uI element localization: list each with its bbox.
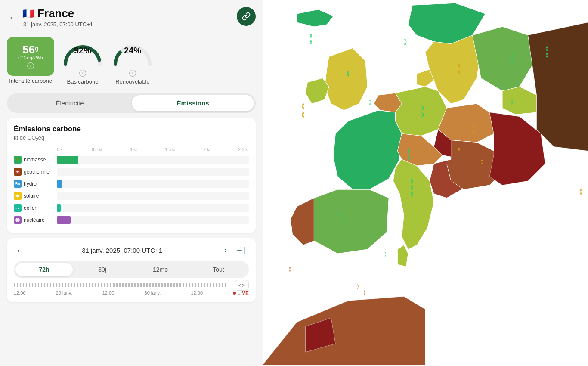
- flow-arrow-swiss2: ⟫: [407, 154, 411, 161]
- time-last-button[interactable]: →|: [232, 244, 249, 257]
- scale-0: 0 kt: [57, 147, 64, 152]
- flow-arrow-germany: ⟫: [421, 105, 424, 112]
- bar-chart-area: 0 kt 0.5 kt 1 kt 1.5 kt 2 kt 2.5 kt 🌿 bi…: [14, 147, 249, 226]
- country-title: 🇫🇷 France: [22, 7, 93, 20]
- biomasse-icon: 🌿: [14, 156, 22, 164]
- hydro-text: hydro: [24, 181, 37, 187]
- scale-2: 2 kt: [204, 147, 210, 152]
- flow-arrow-norway: ⟫: [404, 38, 407, 45]
- flow-arrow-italy2: ⟫: [410, 184, 414, 191]
- time-prev-button[interactable]: ‹: [14, 244, 23, 257]
- hydro-icon: [14, 180, 22, 188]
- scale-15: 1.5 kt: [165, 147, 175, 152]
- time-nav-card: ‹ 31 janv. 2025, 07:00 UTC+1 › →| 72h 30…: [7, 238, 256, 302]
- bar-label-solaire: solaire: [14, 192, 55, 200]
- renouvelable-value: 24%: [124, 46, 141, 56]
- flow-arrow-russia1: ⟫: [545, 45, 548, 52]
- tl-29janv: 29 janv.: [56, 290, 72, 296]
- range-tout[interactable]: Tout: [190, 263, 247, 276]
- carbon-intensity-container: 56 g CO₂eq/kWh i Intensité carbone: [7, 37, 54, 84]
- flow-arrow-iceland1: ⟫: [309, 33, 313, 39]
- time-next-buttons: › →|: [221, 244, 249, 257]
- bar-row-biomasse: 🌿 biomasse: [57, 154, 249, 166]
- geothermie-text: géothermie: [24, 169, 50, 175]
- flow-arrow-benelux: ⟫: [369, 99, 372, 105]
- tab-electricite[interactable]: Électricité: [9, 95, 131, 111]
- link-button[interactable]: [237, 7, 256, 26]
- flow-arrow-sweden: ⟫: [458, 62, 461, 68]
- country-flag: 🇫🇷: [22, 8, 34, 19]
- carbon-unit-g: g: [35, 45, 39, 52]
- flow-arrow-italy3: ⟫: [410, 190, 414, 197]
- live-dot: [233, 292, 236, 295]
- renouvelable-gauge: 24%: [111, 36, 154, 66]
- flow-arrow-germany2: ⟫: [421, 111, 424, 118]
- chart-title: Émissions carbone: [14, 125, 249, 133]
- bas-carbone-label: Bas carbone: [67, 78, 99, 85]
- eolien-icon: [14, 204, 22, 212]
- solaire-text: solaire: [24, 193, 39, 199]
- bas-carbone-info[interactable]: i: [79, 70, 86, 77]
- carbon-unit-label: CO₂eq/kWh: [18, 55, 43, 61]
- nucleaire-icon: [14, 216, 22, 224]
- nucleaire-text: nucléaire: [24, 217, 45, 223]
- biomasse-text: biomasse: [24, 157, 46, 163]
- live-badge: LIVE: [233, 290, 249, 296]
- bar-label-biomasse: 🌿 biomasse: [14, 156, 55, 164]
- tl-30janv: 30 janv.: [145, 290, 161, 296]
- current-time-label: 31 janv. 2025, 07:00 UTC+1: [82, 247, 162, 254]
- chart-subtitle: kt de CO2eq: [14, 134, 249, 142]
- carbon-intensity-label: Intensité carbone: [9, 78, 52, 84]
- flow-arrow-finland: ⟫: [511, 52, 514, 58]
- timeline-labels: 12:00 29 janv. 12:00 30 janv. 12:00 LIVE: [14, 290, 249, 296]
- flow-arrow-italy1: ⟫: [410, 177, 414, 184]
- bar-label-geothermie: géothermie: [14, 168, 55, 176]
- map-svg[interactable]: ⟫ ⟪ ⟪ ⟫ ⟫ ⟫ ⟫ ⟫ ⟫ ⟫ ⟫ ⟩ ⟩ ⟫ ⟫ ⟫: [263, 0, 588, 366]
- renouvelable-label: Renouvelable: [115, 78, 150, 85]
- code-button[interactable]: <>: [235, 280, 249, 291]
- bar-row-hydro: hydro: [57, 178, 249, 190]
- renouvelable-info[interactable]: i: [129, 70, 136, 77]
- flow-arrow-hungary: ⟫: [481, 159, 483, 164]
- tl-1200-3: 12:00: [191, 290, 203, 296]
- bar-row-eolien: éolien: [57, 202, 249, 214]
- solaire-track: [57, 192, 249, 200]
- tab-switcher: Électricité Émissions: [7, 93, 256, 113]
- bas-carbone-value: 92%: [74, 46, 91, 56]
- country-date: 31 janv. 2025, 07:00 UTC+1: [22, 21, 93, 28]
- carbon-info-icon[interactable]: i: [27, 62, 34, 69]
- tl-1200-1: 12:00: [14, 290, 26, 296]
- range-30j[interactable]: 30j: [74, 263, 131, 276]
- renouvelable-container: 24% i Renouvelable: [111, 36, 154, 85]
- flow-arrow-sardinia: ⟩: [385, 251, 387, 257]
- range-12mo[interactable]: 12mo: [132, 263, 189, 276]
- live-label: LIVE: [237, 290, 249, 296]
- flow-arrow-czech: ⟫: [458, 146, 460, 152]
- carbon-value: 56: [22, 44, 35, 55]
- flow-arrow-finland2: ⟫: [511, 58, 514, 64]
- bar-label-nucleaire: nucléaire: [14, 216, 55, 224]
- time-next-button[interactable]: ›: [221, 244, 230, 257]
- biomasse-track: [57, 156, 249, 164]
- tab-emissions[interactable]: Émissions: [132, 95, 254, 111]
- header: ← 🇫🇷 France 31 janv. 2025, 07:00 UTC+1: [7, 7, 256, 28]
- left-panel: ← 🇫🇷 France 31 janv. 2025, 07:00 UTC+1 5…: [0, 0, 263, 366]
- flow-arrow-ireland: ⟪: [301, 102, 305, 109]
- bar-label-eolien: éolien: [14, 204, 55, 212]
- country-name: France: [37, 7, 74, 20]
- carbon-intensity-box: 56 g CO₂eq/kWh i: [7, 37, 54, 76]
- map-container[interactable]: ⟫ ⟪ ⟪ ⟫ ⟫ ⟫ ⟫ ⟫ ⟫ ⟫ ⟫ ⟩ ⟩ ⟫ ⟫ ⟫: [263, 0, 588, 366]
- geothermie-icon: [14, 168, 22, 176]
- timeline-area: <> // Generate dots inline via template …: [14, 283, 249, 296]
- flow-arrow-baltics: ⟫: [511, 99, 514, 105]
- hydro-bar: [57, 180, 62, 188]
- hydro-track: [57, 180, 249, 188]
- range-72h[interactable]: 72h: [15, 263, 73, 276]
- timeline-track[interactable]: [14, 283, 227, 287]
- flow-arrow-portugal: ⟪: [288, 267, 291, 272]
- geothermie-track: [57, 168, 249, 176]
- back-button[interactable]: ←: [7, 11, 19, 24]
- svg-point-3: [16, 195, 19, 197]
- scale-1: 1 kt: [130, 147, 137, 152]
- bas-carbone-gauge: 92%: [61, 36, 104, 66]
